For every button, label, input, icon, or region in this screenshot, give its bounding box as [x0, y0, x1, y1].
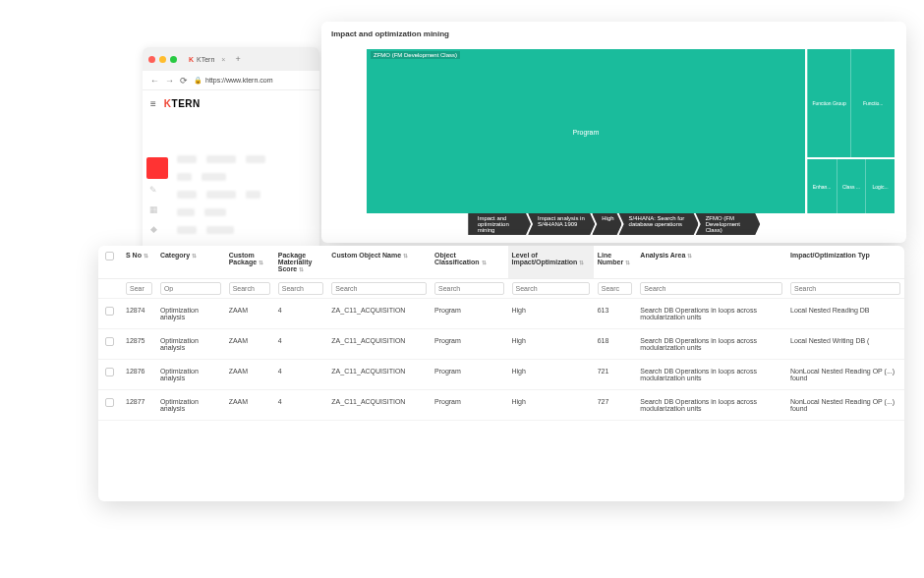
cell-materiality: 4: [274, 390, 328, 421]
filter-objname[interactable]: [331, 282, 427, 295]
lock-icon: 🔒: [194, 77, 202, 85]
col-objname[interactable]: Custom Object Name⇅: [327, 246, 431, 279]
col-package[interactable]: Custom Package⇅: [225, 246, 274, 279]
cell-objname: ZA_C11_ACQUISITION: [327, 360, 431, 390]
cell-type: Local Nested Reading DB: [786, 299, 904, 329]
back-icon[interactable]: ←: [150, 76, 159, 86]
cell-line: 721: [594, 360, 637, 390]
filter-area[interactable]: [640, 282, 782, 295]
menu-icon[interactable]: ≡: [150, 98, 156, 109]
col-sno[interactable]: S No⇅: [122, 246, 156, 279]
cell-sno: 12874: [122, 299, 156, 329]
col-category[interactable]: Category⇅: [156, 246, 225, 279]
forward-icon[interactable]: →: [165, 76, 174, 86]
col-type[interactable]: Impact/Optimization Typ: [786, 246, 904, 279]
sort-icon[interactable]: ⇅: [299, 266, 304, 272]
row-checkbox[interactable]: [105, 398, 114, 407]
filter-type[interactable]: [790, 282, 900, 295]
minimize-icon[interactable]: [159, 56, 166, 63]
filter-materiality[interactable]: [278, 282, 324, 295]
cell-sno: 12876: [122, 360, 156, 390]
cell-category: Optimization analysis: [156, 360, 225, 390]
row-checkbox[interactable]: [105, 368, 114, 376]
sort-icon[interactable]: ⇅: [259, 260, 263, 265]
breadcrumb-item[interactable]: High: [592, 213, 621, 235]
filter-line[interactable]: [598, 282, 633, 295]
cell-classification: Program: [431, 329, 508, 360]
table-header-row: S No⇅ Category⇅ Custom Package⇅ Package …: [98, 246, 904, 279]
col-materiality[interactable]: Package Materiality Score⇅: [274, 246, 328, 279]
treemap-block-label: ZFMO (FM Development Class): [371, 51, 460, 59]
treemap-side: Function Group Functio... Enhan... Class…: [807, 49, 895, 213]
treemap-cell[interactable]: Logic...: [865, 159, 895, 213]
table-row[interactable]: 12875Optimization analysisZAAM4ZA_C11_AC…: [98, 329, 904, 360]
filter-category[interactable]: [160, 282, 221, 295]
filter-level[interactable]: [512, 282, 590, 295]
cell-objname: ZA_C11_ACQUISITION: [327, 329, 431, 360]
cell-package: ZAAM: [225, 299, 274, 329]
close-icon[interactable]: [148, 56, 155, 63]
sort-icon[interactable]: ⇅: [482, 260, 487, 265]
cell-area: Search DB Operations in loops across mod…: [636, 299, 786, 329]
breadcrumb-item[interactable]: S/4HANA: Search for database operations: [619, 213, 699, 235]
sort-icon[interactable]: ⇅: [687, 253, 692, 259]
nav-icon-2[interactable]: ▦: [148, 204, 158, 214]
filter-classification[interactable]: [434, 282, 504, 295]
treemap-cell[interactable]: Function Group: [807, 49, 851, 157]
tab-close-icon[interactable]: ×: [221, 56, 225, 63]
breadcrumb-item[interactable]: Impact analysis in S/4HANA 1909: [528, 213, 595, 235]
window-controls[interactable]: [148, 56, 177, 63]
page-header: ≡ KTERN: [143, 90, 319, 117]
treemap-block-center: Program: [572, 128, 599, 135]
treemap-cell[interactable]: Class ...: [837, 159, 866, 213]
results-table-panel: S No⇅ Category⇅ Custom Package⇅ Package …: [98, 246, 904, 501]
cell-level: High: [508, 360, 594, 390]
cell-classification: Program: [431, 299, 508, 329]
table-row[interactable]: 12876Optimization analysisZAAM4ZA_C11_AC…: [98, 360, 904, 390]
nav-icon-3[interactable]: ◆: [148, 224, 158, 234]
col-area[interactable]: Analysis Area⇅: [636, 246, 786, 279]
cell-objname: ZA_C11_ACQUISITION: [327, 299, 431, 329]
filter-package[interactable]: [229, 282, 270, 295]
cell-sno: 12877: [122, 390, 156, 421]
filter-sno[interactable]: [126, 282, 152, 295]
cell-type: NonLocal Nested Reading OP (...) found: [786, 390, 904, 421]
col-line[interactable]: Line Number⇅: [594, 246, 637, 279]
treemap-chart[interactable]: ZFMO (FM Development Class) Program Func…: [367, 49, 895, 213]
treemap-cell[interactable]: Enhan...: [807, 159, 837, 213]
select-all-checkbox[interactable]: [105, 252, 114, 260]
breadcrumb-item[interactable]: ZFMO (FM Development Class): [696, 213, 761, 235]
table-row[interactable]: 12874Optimization analysisZAAM4ZA_C11_AC…: [98, 299, 904, 329]
url-field[interactable]: 🔒 https://www.ktern.com: [194, 77, 272, 85]
cell-category: Optimization analysis: [156, 390, 225, 421]
table-row[interactable]: 12877Optimization analysisZAAM4ZA_C11_AC…: [98, 390, 904, 421]
sort-icon[interactable]: ⇅: [625, 260, 630, 265]
cell-area: Search DB Operations in loops across mod…: [636, 360, 786, 390]
sort-icon[interactable]: ⇅: [579, 260, 584, 265]
cell-type: NonLocal Nested Reading OP (...) found: [786, 360, 904, 390]
treemap-main-block[interactable]: ZFMO (FM Development Class) Program: [367, 49, 805, 213]
sort-icon[interactable]: ⇅: [144, 253, 148, 259]
sort-icon[interactable]: ⇅: [403, 253, 408, 259]
cell-package: ZAAM: [225, 360, 274, 390]
maximize-icon[interactable]: [170, 56, 177, 63]
col-level[interactable]: Level of Impact/Optimization⇅: [508, 246, 594, 279]
treemap-row-top: Function Group Functio...: [807, 49, 895, 157]
col-classification[interactable]: Object Classification⇅: [431, 246, 508, 279]
treemap-row-bottom: Enhan... Class ... Logic...: [807, 159, 895, 213]
treemap-cell[interactable]: Functio...: [850, 49, 895, 157]
cell-sno: 12875: [122, 329, 156, 360]
nav-icon-1[interactable]: ✎: [148, 185, 158, 195]
reload-icon[interactable]: ⟳: [180, 76, 188, 86]
row-checkbox[interactable]: [105, 307, 114, 316]
mining-panel: Impact and optimization mining ZFMO (FM …: [321, 22, 906, 243]
sort-icon[interactable]: ⇅: [192, 253, 197, 259]
cell-type: Local Nested Writing DB (: [786, 329, 904, 360]
browser-tab[interactable]: K KTern ×: [189, 56, 225, 63]
url-text: https://www.ktern.com: [205, 77, 272, 84]
cell-package: ZAAM: [225, 329, 274, 360]
breadcrumb-item[interactable]: Impact and optimization mining: [468, 213, 531, 235]
new-tab-icon[interactable]: +: [235, 54, 240, 64]
browser-tab-bar: K KTern × +: [143, 47, 319, 71]
row-checkbox[interactable]: [105, 337, 114, 346]
